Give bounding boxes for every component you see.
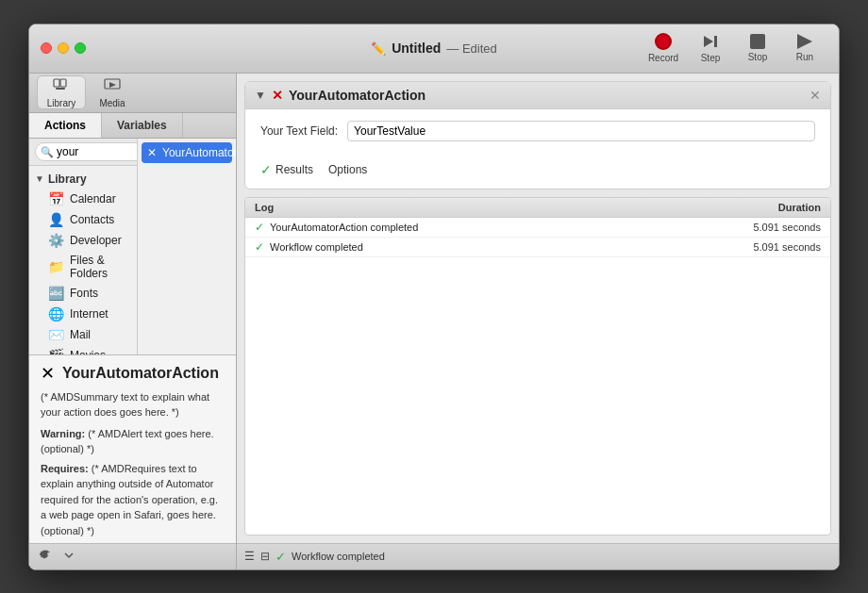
- action-desc-header: ✕ YourAutomatorAction: [41, 363, 225, 384]
- list-view-icon[interactable]: ☰: [244, 550, 255, 563]
- media-label: Media: [99, 98, 125, 108]
- log-row: ✓ Workflow completed 5.091 seconds: [245, 238, 830, 257]
- list-item[interactable]: 📅 Calendar: [29, 189, 137, 209]
- status-text: Workflow completed: [292, 551, 385, 562]
- list-item[interactable]: ✉️ Mail: [29, 324, 137, 345]
- text-field-row: Your Text Field:: [260, 121, 815, 141]
- mail-label: Mail: [70, 328, 91, 341]
- movies-icon: 🎬: [48, 348, 64, 354]
- tab-bar: Actions Variables: [29, 113, 236, 139]
- step-icon: [702, 33, 719, 50]
- calendar-label: Calendar: [70, 192, 116, 206]
- action-desc-title: YourAutomatorAction: [62, 365, 219, 382]
- internet-label: Internet: [70, 307, 108, 321]
- library-bar: Library Media: [29, 74, 236, 113]
- chevron-button[interactable]: [59, 548, 78, 566]
- pencil-icon: ✏️: [371, 41, 386, 56]
- internet-icon: 🌐: [48, 306, 64, 321]
- action-x-icon: ✕: [147, 146, 157, 159]
- card-close-button[interactable]: ✕: [810, 88, 821, 103]
- list-item[interactable]: 🔤 Fonts: [29, 283, 137, 304]
- library-label: Library: [47, 98, 76, 108]
- search-input[interactable]: [35, 142, 138, 161]
- media-icon: [104, 77, 121, 96]
- results-label: Results: [275, 163, 313, 176]
- step-button[interactable]: Step: [688, 27, 733, 69]
- library-button[interactable]: Library: [37, 75, 86, 109]
- action-card-body: Your Text Field:: [245, 109, 830, 162]
- action-card-title: YourAutomatorAction: [289, 88, 426, 103]
- log-area: Log Duration ✓ YourAutomatorAction compl…: [244, 197, 831, 535]
- log-duration-1: 5.091 seconds: [726, 222, 821, 233]
- options-tab[interactable]: Options: [328, 162, 367, 179]
- library-group-header[interactable]: ▼ Library: [29, 170, 137, 189]
- detail-view-icon[interactable]: ⊟: [260, 550, 270, 563]
- record-button[interactable]: Record: [641, 27, 686, 69]
- tab-actions[interactable]: Actions: [29, 113, 102, 138]
- requires-label: Requires:: [41, 463, 89, 474]
- library-group-label: Library: [48, 173, 87, 186]
- actions-list: ✕ YourAutomatorAction: [138, 139, 236, 354]
- list-item[interactable]: 📁 Files & Folders: [29, 251, 137, 283]
- svg-rect-4: [56, 88, 65, 90]
- list-item[interactable]: 👤 Contacts: [29, 209, 137, 230]
- developer-label: Developer: [70, 234, 122, 247]
- minimize-button[interactable]: [58, 42, 69, 54]
- svg-rect-2: [54, 79, 59, 87]
- gear-menu-button[interactable]: [35, 547, 56, 567]
- left-bottom-toolbar: [29, 543, 236, 569]
- titlebar-buttons: Record Step Stop Run: [641, 27, 827, 69]
- media-button[interactable]: Media: [88, 75, 137, 109]
- stop-button[interactable]: Stop: [735, 27, 780, 69]
- log-message-1: YourAutomatorAction completed: [270, 222, 726, 233]
- main-area: Library Media Actions: [29, 74, 839, 569]
- stop-icon: [750, 34, 765, 49]
- action-summary: (* AMDSummary text to explain what your …: [41, 389, 225, 420]
- svg-rect-1: [714, 36, 717, 47]
- files-label: Files & Folders: [70, 254, 127, 280]
- actions-content: ✕ YourAutomatorAction: [138, 139, 236, 354]
- fonts-icon: 🔤: [48, 286, 64, 301]
- action-card-footer: ✓ Results Options: [245, 162, 830, 189]
- maximize-button[interactable]: [75, 42, 86, 54]
- log-header: Log Duration: [245, 198, 830, 218]
- library-sidebar: 🔍 ✕ ▼ Library 📅: [29, 139, 138, 354]
- stop-label: Stop: [748, 52, 768, 62]
- contacts-icon: 👤: [48, 212, 64, 227]
- gear-icon: [39, 549, 52, 562]
- search-bar: 🔍 ✕: [29, 139, 137, 166]
- close-button[interactable]: [41, 42, 52, 54]
- action-card-header: ▼ ✕ YourAutomatorAction ✕: [245, 82, 830, 109]
- log-message-2: Workflow completed: [270, 241, 726, 253]
- status-check-icon: ✓: [275, 550, 286, 564]
- action-description: ✕ YourAutomatorAction (* AMDSummary text…: [29, 354, 236, 543]
- duration-col-header: Duration: [726, 202, 821, 213]
- traffic-lights: [41, 42, 86, 54]
- files-icon: 📁: [48, 259, 64, 274]
- list-item[interactable]: 🎬 Movies: [29, 345, 137, 354]
- right-panel: ▼ ✕ YourAutomatorAction ✕ Your Text Fiel…: [237, 74, 839, 569]
- run-button[interactable]: Run: [782, 27, 827, 69]
- chevron-down-icon: [63, 550, 75, 561]
- library-group: ▼ Library 📅 Calendar 👤 Contacts: [29, 166, 137, 354]
- svg-marker-6: [109, 82, 116, 88]
- action-list-item[interactable]: ✕ YourAutomatorAction: [142, 142, 232, 163]
- list-item[interactable]: 🌐 Internet: [29, 304, 137, 324]
- mail-icon: ✉️: [48, 327, 64, 342]
- action-desc-body: (* AMDSummary text to explain what your …: [41, 389, 225, 543]
- results-tab[interactable]: ✓ Results: [260, 162, 313, 179]
- tab-variables[interactable]: Variables: [102, 113, 183, 138]
- expand-arrow-icon: ▼: [35, 173, 44, 184]
- run-icon: [797, 34, 812, 49]
- warning-label: Warning:: [41, 428, 85, 439]
- right-status-bar: ☰ ⊟ ✓ Workflow completed: [237, 543, 839, 569]
- card-collapse-arrow[interactable]: ▼: [255, 89, 266, 102]
- svg-rect-3: [60, 79, 66, 87]
- action-requires: Requires: (* AMDRequires text to explain…: [41, 461, 225, 539]
- log-col-header: Log: [255, 202, 726, 213]
- library-list: ▼ Library 📅 Calendar 👤 Contacts: [29, 166, 137, 354]
- run-label: Run: [796, 52, 813, 62]
- left-panel-split: 🔍 ✕ ▼ Library 📅: [29, 139, 236, 354]
- list-item[interactable]: ⚙️ Developer: [29, 230, 137, 251]
- text-field-input[interactable]: [347, 121, 815, 141]
